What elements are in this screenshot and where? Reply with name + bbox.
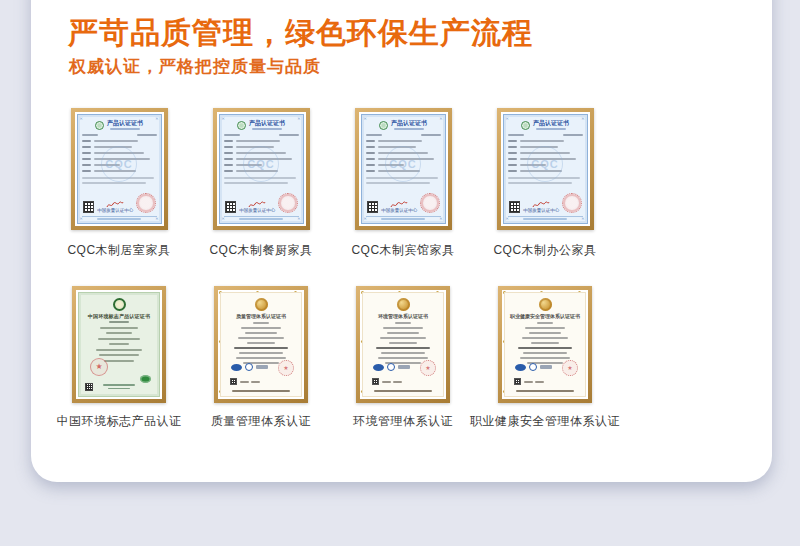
cqc-watermark: CQC — [243, 146, 279, 182]
cqc-watermark: CQC — [385, 146, 421, 182]
corner-marks: ✕✕ — [506, 217, 585, 221]
certificate-image: 职业健康安全管理体系认证证书 ★ — [498, 286, 592, 403]
logo-mark — [398, 365, 410, 369]
issuer-stamp: 中国质量认证中心 — [523, 209, 559, 214]
certificate-label: CQC木制居室家具 — [67, 242, 170, 259]
doc-title: 中国环境标志产品认证证书 — [88, 314, 150, 319]
corner-marks: ✕✕ — [80, 117, 159, 121]
red-seal-icon — [562, 193, 581, 213]
certificate-label: CQC木制餐厨家具 — [209, 242, 312, 259]
footer-line — [374, 390, 432, 392]
doc-title: 环境管理体系认证证书 — [378, 314, 428, 319]
cqc-emblem-icon — [379, 121, 388, 130]
footer-marks — [372, 378, 402, 385]
qr-code-icon — [83, 201, 95, 213]
issuer-stamp: 中国质量认证中心 — [381, 209, 417, 214]
certificate-label: 环境管理体系认证 — [353, 413, 453, 430]
certificate-label: CQC木制宾馆家具 — [351, 242, 454, 259]
certificate-label: 质量管理体系认证 — [211, 413, 311, 430]
accreditation-logos — [515, 363, 552, 371]
certificate-item-cqc-kitchen: ✕✕ 产品认证证书 CQC 中国质量认证中心 ✕✕ CQC木 — [190, 108, 332, 259]
doc-title: 质量管理体系认证证书 — [236, 314, 286, 319]
iaf-logo-icon — [515, 364, 526, 371]
qr-code-icon — [85, 383, 93, 391]
certificates-row-1: ✕✕ 产品认证证书 CQC 中国质量认证中心 ✕✕ CQC木 — [48, 108, 616, 259]
cnas-logo-icon — [529, 363, 537, 371]
red-seal-icon — [278, 193, 297, 213]
red-seal-icon — [420, 193, 439, 213]
cnas-logo-icon — [387, 363, 395, 371]
certificate-image: 质量管理体系认证证书 ★ — [214, 286, 308, 403]
issuer-stamp: 中国质量认证中心 — [239, 209, 275, 214]
certificate-label: CQC木制办公家具 — [493, 242, 596, 259]
certificates-row-2: 中国环境标志产品认证证书 ★ 中国环境标志产品认证 质量管理体系认证证书 — [48, 286, 616, 430]
corner-marks: ✕✕ — [364, 217, 443, 221]
certificate-image: ✕✕ 产品认证证书 CQC 中国质量认证中心 ✕✕ — [71, 108, 168, 230]
certificate-image: 中国环境标志产品认证证书 ★ — [72, 286, 166, 403]
footer-line — [103, 384, 135, 389]
certificate-item-quality: 质量管理体系认证证书 ★ 质量管理体系认证 — [190, 286, 332, 430]
cqc-watermark: CQC — [527, 146, 563, 182]
red-seal-icon: ★ — [420, 360, 436, 376]
qr-code-icon — [225, 201, 237, 213]
star-seal-icon: ★ — [90, 358, 108, 376]
footer-marks — [514, 378, 544, 385]
certificate-label: 中国环境标志产品认证 — [57, 413, 182, 430]
corner-marks: ✕✕ — [80, 217, 159, 221]
logo-mark — [540, 365, 552, 369]
certificate-item-environment: 环境管理体系认证证书 ★ 环境管理体系认证 — [332, 286, 474, 430]
accreditation-logos — [231, 363, 268, 371]
iaf-logo-icon — [373, 364, 384, 371]
footer-marks — [230, 378, 260, 385]
certificate-label: 职业健康安全管理体系认证 — [470, 413, 620, 430]
certificate-item-ohs: 职业健康安全管理体系认证证书 ★ 职业健康安全管理体 — [474, 286, 616, 430]
footer-line — [232, 390, 290, 392]
content-card: 严苛品质管理，绿色环保生产流程 权威认证，严格把控质量与品质 ✕✕ 产品认证证书… — [31, 0, 772, 482]
cqc-emblem-icon — [237, 121, 246, 130]
doc-title: 职业健康安全管理体系认证证书 — [510, 314, 580, 319]
cqc-emblem-icon — [521, 121, 530, 130]
gold-medal-icon — [539, 298, 552, 311]
certificate-item-cqc-hotel: ✕✕ 产品认证证书 CQC 中国质量认证中心 ✕✕ CQC木 — [332, 108, 474, 259]
qr-code-icon — [230, 378, 237, 385]
green-label-logo-icon — [140, 375, 151, 383]
certificate-image: ✕✕ 产品认证证书 CQC 中国质量认证中心 ✕✕ — [213, 108, 310, 230]
certificate-image: 环境管理体系认证证书 ★ — [356, 286, 450, 403]
issuer-stamp: 中国质量认证中心 — [97, 209, 133, 214]
corner-marks: ✕✕ — [222, 117, 301, 121]
red-seal-icon: ★ — [278, 360, 294, 376]
cnas-logo-icon — [245, 363, 253, 371]
corner-marks: ✕✕ — [222, 217, 301, 221]
section-subtitle: 权威认证，严格把控质量与品质 — [69, 55, 321, 78]
red-seal-icon: ★ — [562, 360, 578, 376]
qr-code-icon — [372, 378, 379, 385]
gold-medal-icon — [255, 298, 268, 311]
certificate-item-cqc-office: ✕✕ 产品认证证书 CQC 中国质量认证中心 ✕✕ CQC木 — [474, 108, 616, 259]
red-seal-icon — [136, 193, 155, 213]
corner-marks: ✕✕ — [364, 117, 443, 121]
logo-mark — [256, 365, 268, 369]
green-emblem-icon — [113, 298, 126, 311]
certificate-item-cqc-living: ✕✕ 产品认证证书 CQC 中国质量认证中心 ✕✕ CQC木 — [48, 108, 190, 259]
corner-marks: ✕✕ — [506, 117, 585, 121]
qr-code-icon — [514, 378, 521, 385]
gold-medal-icon — [397, 298, 410, 311]
footer-line — [516, 390, 574, 392]
cqc-emblem-icon — [95, 121, 104, 130]
certificate-image: ✕✕ 产品认证证书 CQC 中国质量认证中心 ✕✕ — [355, 108, 452, 230]
accreditation-logos — [373, 363, 410, 371]
certificate-image: ✕✕ 产品认证证书 CQC 中国质量认证中心 ✕✕ — [497, 108, 594, 230]
cqc-watermark: CQC — [101, 146, 137, 182]
qr-code-icon — [509, 201, 521, 213]
iaf-logo-icon — [231, 364, 242, 371]
section-title: 严苛品质管理，绿色环保生产流程 — [68, 13, 533, 54]
certificate-item-env-label: 中国环境标志产品认证证书 ★ 中国环境标志产品认证 — [48, 286, 190, 430]
qr-code-icon — [367, 201, 379, 213]
